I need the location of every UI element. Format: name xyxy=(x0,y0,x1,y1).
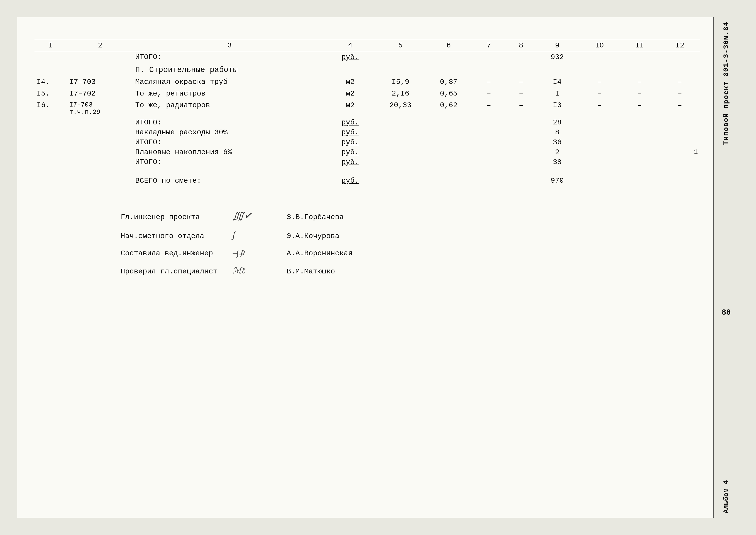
itogo1-col2 xyxy=(67,52,133,62)
itogo1-col5 xyxy=(374,52,427,62)
col-header-1: I xyxy=(35,39,67,52)
row14-num: I4. xyxy=(35,76,67,88)
row14-unit: м2 xyxy=(326,76,374,88)
col-header-6: 6 xyxy=(426,39,471,52)
col-header-10: IO xyxy=(579,39,620,52)
row14-col7: – xyxy=(471,76,507,88)
sum4-label: ИТОГО: xyxy=(133,157,326,167)
sum3-unit: руб. xyxy=(326,147,374,157)
sig-name-1: З.В.Горбачева xyxy=(286,210,344,224)
table-header-row: I 2 3 4 5 6 7 8 9 IO II I2 xyxy=(35,39,700,52)
row14-code: I7–703 xyxy=(67,76,133,88)
right-sidebar: Типовой проект 801-3-30м.84 88 Альбом 4 xyxy=(713,17,739,518)
sum1-label: Накладные расходы 30% xyxy=(133,127,326,137)
sig-name-3: А.А.Воронинская xyxy=(286,246,353,261)
row16-col8: – xyxy=(507,99,535,118)
row15-total: I xyxy=(535,88,579,99)
row15-col12: – xyxy=(660,88,700,99)
row15-col7: – xyxy=(471,88,507,99)
row14-total: I4 xyxy=(535,76,579,88)
row14-price: 0,87 xyxy=(426,76,471,88)
row16-col10: – xyxy=(579,99,620,118)
row15-col8: – xyxy=(507,88,535,99)
sum0-val: 28 xyxy=(535,118,579,127)
main-content: I 2 3 4 5 6 7 8 9 IO II I2 xyxy=(17,17,713,518)
row16-unit: м2 xyxy=(326,99,374,118)
row14-desc: Масляная окраска труб xyxy=(133,76,326,88)
itogo1-col7 xyxy=(471,52,507,62)
s2h-label: П. Строительные работы xyxy=(133,62,700,76)
sum2-label: ИТОГО: xyxy=(133,137,326,147)
s2h-col1 xyxy=(35,62,67,76)
row14-col11: – xyxy=(620,76,660,88)
col-header-3: 3 xyxy=(133,39,326,52)
table-row-15: I5. I7–702 То же, регистров м2 2,I6 0,65… xyxy=(35,88,700,99)
col-header-9: 9 xyxy=(535,39,579,52)
itogo1-label: ИТОГО: xyxy=(133,52,326,62)
summary-row-1: Накладные расходы 30% руб. 8 xyxy=(35,127,700,137)
vsego-unit: руб. xyxy=(326,176,374,186)
col-header-12: I2 xyxy=(660,39,700,52)
row16-qty: 20,33 xyxy=(374,99,427,118)
col-header-2: 2 xyxy=(67,39,133,52)
sidebar-top-text: Типовой проект 801-3-30м.84 xyxy=(722,21,730,152)
sum4-val: 38 xyxy=(535,157,579,167)
col-header-11: II xyxy=(620,39,660,52)
sig-line-2: Нач.сметного отдела ∫ Э.А.Кочурова xyxy=(121,226,700,243)
summary-row-0: ИТОГО: руб. 28 xyxy=(35,118,700,127)
sum3-val: 2 xyxy=(535,147,579,157)
sum1-unit: руб. xyxy=(326,127,374,137)
itogo1-col8 xyxy=(507,52,535,62)
table-row-14: I4. I7–703 Масляная окраска труб м2 I5,9… xyxy=(35,76,700,88)
sig-label-4: Проверил гл.специалист xyxy=(121,264,233,279)
row14-qty: I5,9 xyxy=(374,76,427,88)
sum0-unit: руб. xyxy=(326,118,374,127)
summary-row-2: ИТОГО: руб. 36 xyxy=(35,137,700,147)
row15-num: I5. xyxy=(35,88,67,99)
row14-col10: – xyxy=(579,76,620,88)
itogo1-value: 932 xyxy=(535,52,579,62)
row15-col10: – xyxy=(579,88,620,99)
summary-row-4: ИТОГО: руб. 38 xyxy=(35,157,700,167)
itogo1-col11 xyxy=(620,52,660,62)
itogo1-unit: руб. xyxy=(326,52,374,62)
corner-1: 1 xyxy=(660,147,700,157)
sidebar-bottom-text: Альбом 4 xyxy=(722,474,730,514)
sum4-unit: руб. xyxy=(326,157,374,167)
col-header-7: 7 xyxy=(471,39,507,52)
row15-col11: – xyxy=(620,88,660,99)
signature-section: Гл.инженер проекта ⨌✔ З.В.Горбачева Нач.… xyxy=(121,207,700,279)
row16-col12: – xyxy=(660,99,700,118)
vsego-val: 970 xyxy=(535,176,579,186)
row16-total: I3 xyxy=(535,99,579,118)
sig-script-2: ∫ xyxy=(231,226,286,243)
sig-label-1: Гл.инженер проекта xyxy=(121,210,233,224)
spacer-row xyxy=(35,167,700,176)
row16-price: 0,62 xyxy=(426,99,471,118)
col-header-5: 5 xyxy=(374,39,427,52)
itogo1-col12 xyxy=(660,52,700,62)
sum2-unit: руб. xyxy=(326,137,374,147)
sig-script-3: –∫Ⳁ xyxy=(233,245,284,261)
section2-header-row: П. Строительные работы xyxy=(35,62,700,76)
sum3-label: Плановые накопления 6% xyxy=(133,147,326,157)
sidebar-page-number: 88 xyxy=(721,308,731,317)
sum2-val: 36 xyxy=(535,137,579,147)
row15-qty: 2,I6 xyxy=(374,88,427,99)
sum0-label: ИТОГО: xyxy=(133,118,326,127)
sig-name-4: В.М.Матюшко xyxy=(286,264,335,279)
row15-code: I7–702 xyxy=(67,88,133,99)
vsego-row: ВСЕГО по смете: руб. 970 xyxy=(35,176,700,186)
col-header-4: 4 xyxy=(326,39,374,52)
itogo1-col1 xyxy=(35,52,67,62)
row16-code: I7–703 т.ч.п.29 xyxy=(67,99,133,118)
itogo1-col10 xyxy=(579,52,620,62)
sig-label-3: Составила вед.инженер xyxy=(121,246,233,261)
itogo1-col6 xyxy=(426,52,471,62)
row15-price: 0,65 xyxy=(426,88,471,99)
row14-col12: – xyxy=(660,76,700,88)
row14-col8: – xyxy=(507,76,535,88)
row16-col7: – xyxy=(471,99,507,118)
table-section: I 2 3 4 5 6 7 8 9 IO II I2 xyxy=(35,39,700,186)
sig-line-4: Проверил гл.специалист ℳℓ В.М.Матюшко xyxy=(121,263,700,279)
